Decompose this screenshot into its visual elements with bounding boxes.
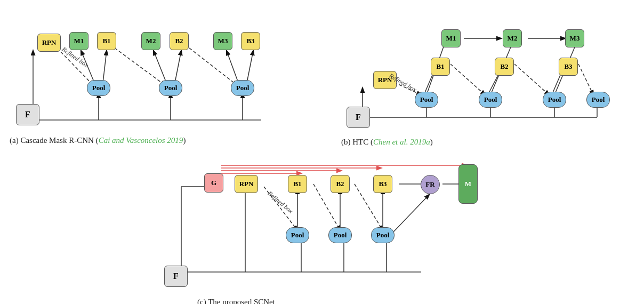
node-b3-b: B3: [559, 58, 578, 76]
node-pool4-b: Pool: [586, 92, 610, 108]
node-m2-a: M2: [141, 32, 160, 50]
node-rpn-c: RPN: [235, 175, 258, 193]
diagram-container: { "diagrams": { "a": { "title": "(a) Cas…: [0, 0, 644, 304]
svg-line-11: [189, 48, 237, 85]
svg-line-12: [227, 51, 238, 83]
node-fr-c: FR: [421, 175, 440, 194]
node-pool2-c: Pool: [328, 227, 352, 243]
svg-line-13: [247, 51, 253, 83]
node-b1-b: B1: [431, 58, 450, 76]
svg-line-8: [115, 48, 165, 85]
node-m3-b: M3: [565, 29, 584, 47]
node-b1-c: B1: [288, 175, 307, 193]
node-m1-a: M1: [69, 32, 88, 50]
node-rpn-a: RPN: [37, 34, 61, 52]
node-m1-b: M1: [441, 29, 461, 47]
node-b1-a: B1: [97, 32, 116, 50]
svg-line-25: [450, 64, 485, 95]
node-pool3-c: Pool: [371, 227, 395, 243]
svg-line-9: [154, 51, 166, 83]
svg-line-31: [578, 64, 593, 95]
svg-line-7: [103, 51, 107, 83]
node-pool1-c: Pool: [286, 227, 309, 243]
node-pool1-b: Pool: [415, 92, 438, 108]
svg-line-51: [391, 195, 429, 235]
node-m3-a: M3: [213, 32, 232, 50]
caption-c: (c) The proposed SCNet: [197, 298, 275, 304]
svg-line-28: [514, 64, 549, 95]
node-pool2-b: Pool: [479, 92, 502, 108]
node-pool2-a: Pool: [159, 80, 182, 96]
node-m-c: M: [458, 164, 478, 204]
node-f-a: F: [16, 104, 39, 125]
node-b2-a: B2: [170, 32, 189, 50]
node-pool3-b: Pool: [543, 92, 566, 108]
node-pool3-a: Pool: [231, 80, 254, 96]
node-b2-c: B2: [331, 175, 350, 193]
node-m2-b: M2: [503, 29, 522, 47]
node-b2-b: B2: [495, 58, 514, 76]
node-f-b: F: [347, 107, 370, 128]
node-b3-a: B3: [241, 32, 260, 50]
node-pool1-a: Pool: [87, 80, 110, 96]
svg-line-10: [175, 51, 181, 83]
caption-b: (b) HTC (Chen et al. 2019a): [341, 138, 433, 147]
node-f-c: F: [164, 266, 188, 287]
node-b3-c: B3: [373, 175, 392, 193]
refined-box-label-c: Refined box: [266, 189, 294, 215]
node-g-c: G: [204, 173, 223, 193]
caption-a: (a) Cascade Mask R-CNN (Cai and Vasconce…: [10, 136, 186, 145]
